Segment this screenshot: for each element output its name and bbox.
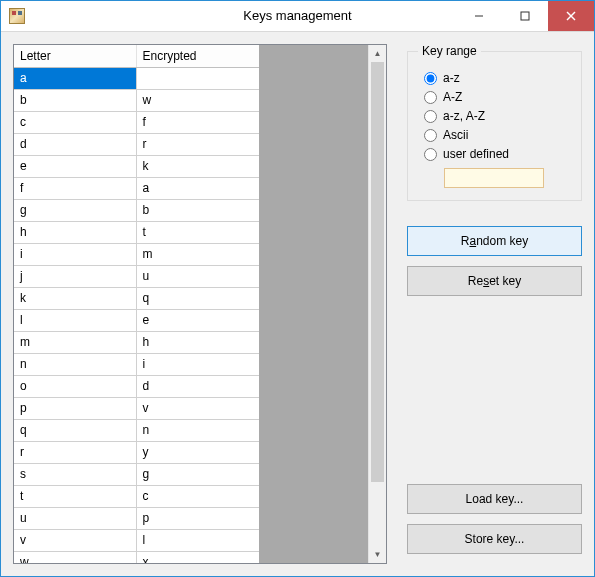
radio-user[interactable]: user defined xyxy=(424,147,571,161)
radio-az-input[interactable] xyxy=(424,72,437,85)
column-letter[interactable]: Letter xyxy=(14,45,136,68)
cell-encrypted[interactable]: h xyxy=(136,332,259,354)
cell-letter[interactable]: s xyxy=(14,464,136,486)
table-row[interactable]: gb xyxy=(14,200,259,222)
cell-letter[interactable]: d xyxy=(14,134,136,156)
table-row[interactable]: ni xyxy=(14,354,259,376)
cell-encrypted[interactable]: o xyxy=(136,68,259,90)
cell-letter[interactable]: w xyxy=(14,552,136,564)
radio-ascii[interactable]: Ascii xyxy=(424,128,571,142)
radio-AZ-input[interactable] xyxy=(424,91,437,104)
cell-letter[interactable]: q xyxy=(14,420,136,442)
cell-encrypted[interactable]: k xyxy=(136,156,259,178)
cell-letter[interactable]: b xyxy=(14,90,136,112)
table-row[interactable]: ju xyxy=(14,266,259,288)
table-row[interactable]: ry xyxy=(14,442,259,464)
reset-key-button[interactable]: Reset key xyxy=(407,266,582,296)
table-row[interactable]: sg xyxy=(14,464,259,486)
cell-encrypted[interactable]: p xyxy=(136,508,259,530)
cell-letter[interactable]: k xyxy=(14,288,136,310)
table-row[interactable]: wx xyxy=(14,552,259,564)
minimize-button[interactable] xyxy=(456,1,502,31)
right-pane: Key range a-z A-Z a-z, A-Z Ascii xyxy=(407,44,582,564)
load-key-button[interactable]: Load key... xyxy=(407,484,582,514)
cell-encrypted[interactable]: f xyxy=(136,112,259,134)
random-key-button[interactable]: Random key xyxy=(407,226,582,256)
table-row[interactable]: cf xyxy=(14,112,259,134)
cell-letter[interactable]: u xyxy=(14,508,136,530)
cell-letter[interactable]: i xyxy=(14,244,136,266)
cell-letter[interactable]: j xyxy=(14,266,136,288)
grid-empty-area xyxy=(259,45,368,563)
cell-encrypted[interactable]: n xyxy=(136,420,259,442)
keys-management-window: Keys management xyxy=(0,0,595,577)
table-row[interactable]: up xyxy=(14,508,259,530)
cell-letter[interactable]: n xyxy=(14,354,136,376)
table-row[interactable]: ao xyxy=(14,68,259,90)
window-controls xyxy=(456,1,594,31)
cell-letter[interactable]: l xyxy=(14,310,136,332)
table-row[interactable]: le xyxy=(14,310,259,332)
key-grid[interactable]: Letter Encrypted aobwcfdrekfagbhtimjukql… xyxy=(13,44,387,564)
radio-az[interactable]: a-z xyxy=(424,71,571,85)
table-row[interactable]: fa xyxy=(14,178,259,200)
table-row[interactable]: mh xyxy=(14,332,259,354)
cell-encrypted[interactable]: w xyxy=(136,90,259,112)
scroll-up-icon[interactable]: ▲ xyxy=(369,45,386,62)
cell-encrypted[interactable]: c xyxy=(136,486,259,508)
cell-encrypted[interactable]: q xyxy=(136,288,259,310)
cell-letter[interactable]: p xyxy=(14,398,136,420)
cell-letter[interactable]: g xyxy=(14,200,136,222)
table-row[interactable]: qn xyxy=(14,420,259,442)
radio-ascii-input[interactable] xyxy=(424,129,437,142)
cell-letter[interactable]: c xyxy=(14,112,136,134)
table-row[interactable]: ht xyxy=(14,222,259,244)
cell-letter[interactable]: a xyxy=(14,68,136,90)
radio-user-input[interactable] xyxy=(424,148,437,161)
cell-letter[interactable]: o xyxy=(14,376,136,398)
cell-encrypted[interactable]: b xyxy=(136,200,259,222)
cell-letter[interactable]: e xyxy=(14,156,136,178)
cell-encrypted[interactable]: g xyxy=(136,464,259,486)
cell-encrypted[interactable]: i xyxy=(136,354,259,376)
cell-encrypted[interactable]: x xyxy=(136,552,259,564)
table-row[interactable]: ek xyxy=(14,156,259,178)
column-encrypted[interactable]: Encrypted xyxy=(136,45,259,68)
cell-encrypted[interactable]: v xyxy=(136,398,259,420)
client-area: Letter Encrypted aobwcfdrekfagbhtimjukql… xyxy=(1,32,594,576)
table-row[interactable]: od xyxy=(14,376,259,398)
cell-letter[interactable]: h xyxy=(14,222,136,244)
vertical-scrollbar[interactable]: ▲ ▼ xyxy=(368,45,386,563)
table-row[interactable]: tc xyxy=(14,486,259,508)
table-row[interactable]: im xyxy=(14,244,259,266)
cell-letter[interactable]: t xyxy=(14,486,136,508)
table-row[interactable]: vl xyxy=(14,530,259,552)
scroll-down-icon[interactable]: ▼ xyxy=(369,546,386,563)
cell-encrypted[interactable]: e xyxy=(136,310,259,332)
radio-azAZ[interactable]: a-z, A-Z xyxy=(424,109,571,123)
user-defined-input[interactable] xyxy=(444,168,544,188)
cell-letter[interactable]: r xyxy=(14,442,136,464)
table-row[interactable]: bw xyxy=(14,90,259,112)
cell-encrypted[interactable]: m xyxy=(136,244,259,266)
cell-encrypted[interactable]: a xyxy=(136,178,259,200)
cell-encrypted[interactable]: u xyxy=(136,266,259,288)
table-row[interactable]: kq xyxy=(14,288,259,310)
maximize-button[interactable] xyxy=(502,1,548,31)
cell-encrypted[interactable]: r xyxy=(136,134,259,156)
cell-letter[interactable]: m xyxy=(14,332,136,354)
scroll-thumb[interactable] xyxy=(371,62,384,482)
cell-letter[interactable]: f xyxy=(14,178,136,200)
close-button[interactable] xyxy=(548,1,594,31)
cell-encrypted[interactable]: d xyxy=(136,376,259,398)
cell-letter[interactable]: v xyxy=(14,530,136,552)
cell-encrypted[interactable]: t xyxy=(136,222,259,244)
table-row[interactable]: dr xyxy=(14,134,259,156)
radio-ascii-label: Ascii xyxy=(443,128,468,142)
table-row[interactable]: pv xyxy=(14,398,259,420)
cell-encrypted[interactable]: l xyxy=(136,530,259,552)
store-key-button[interactable]: Store key... xyxy=(407,524,582,554)
cell-encrypted[interactable]: y xyxy=(136,442,259,464)
radio-azAZ-input[interactable] xyxy=(424,110,437,123)
radio-AZ[interactable]: A-Z xyxy=(424,90,571,104)
